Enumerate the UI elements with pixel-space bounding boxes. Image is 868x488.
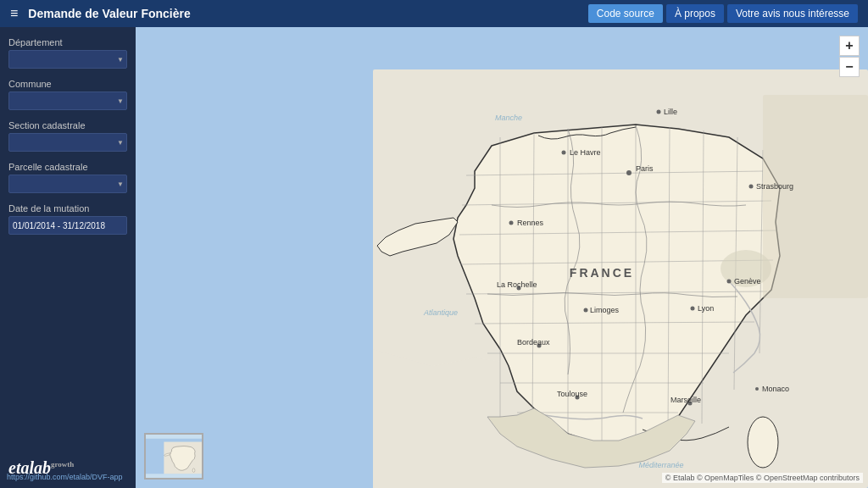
svg-text:FRANCE: FRANCE bbox=[570, 266, 634, 280]
svg-text:Paris: Paris bbox=[636, 164, 654, 173]
header-left: ≡ Demande de Valeur Foncière bbox=[10, 6, 191, 21]
svg-text:Toulouse: Toulouse bbox=[557, 390, 587, 398]
svg-text:Méditerranée: Méditerranée bbox=[638, 461, 683, 469]
commune-select-wrapper bbox=[8, 92, 127, 110]
date-mutation-input[interactable] bbox=[8, 216, 127, 235]
date-mutation-label: Date de la mutation bbox=[8, 203, 127, 214]
svg-point-52 bbox=[755, 387, 759, 391]
map-attribution: © Etalab © OpenMapTiles © OpenStreetMap … bbox=[662, 473, 863, 483]
zoom-in-button[interactable]: + bbox=[839, 36, 860, 56]
apropos-button[interactable]: À propos bbox=[666, 4, 724, 23]
svg-text:Lyon: Lyon bbox=[698, 304, 714, 313]
svg-text:Manche: Manche bbox=[495, 114, 522, 122]
svg-point-30 bbox=[657, 110, 661, 114]
mini-map-thumbnail bbox=[144, 433, 203, 480]
sidebar: Département Commune Section cadastrale bbox=[0, 27, 136, 488]
svg-text:Atlantique: Atlantique bbox=[423, 308, 458, 317]
svg-text:Le Havre: Le Havre bbox=[570, 148, 601, 157]
svg-point-48 bbox=[584, 308, 588, 313]
svg-point-50 bbox=[727, 280, 732, 284]
code-source-button[interactable]: Code source bbox=[588, 4, 663, 23]
svg-point-61 bbox=[192, 469, 195, 473]
section-cadastrale-label: Section cadastrale bbox=[8, 120, 127, 130]
github-link[interactable]: https://github.com/etalab/DVF-app bbox=[7, 473, 123, 481]
svg-text:Monaco: Monaco bbox=[762, 385, 789, 393]
svg-text:Marseille: Marseille bbox=[670, 396, 701, 404]
parcelle-cadastrale-label: Parcelle cadastrale bbox=[8, 162, 127, 172]
svg-text:Rennes: Rennes bbox=[517, 219, 544, 227]
departement-label: Département bbox=[8, 37, 127, 47]
svg-point-36 bbox=[749, 185, 754, 189]
svg-point-32 bbox=[509, 221, 514, 225]
app-title: Demande de Valeur Foncière bbox=[28, 7, 190, 20]
svg-text:Genève: Genève bbox=[734, 277, 761, 286]
svg-text:Lille: Lille bbox=[664, 108, 677, 116]
section-cadastrale-select[interactable] bbox=[8, 133, 127, 152]
parcelle-cadastrale-select[interactable] bbox=[8, 175, 127, 193]
commune-select[interactable] bbox=[8, 92, 127, 110]
parcelle-cadastrale-group: Parcelle cadastrale bbox=[8, 162, 127, 193]
svg-point-28 bbox=[626, 170, 632, 175]
section-cadastrale-group: Section cadastrale bbox=[8, 120, 127, 152]
departement-select[interactable] bbox=[8, 50, 127, 69]
departement-select-wrapper bbox=[8, 50, 127, 69]
header-right: Code source À propos Votre avis nous int… bbox=[588, 4, 858, 23]
departement-group: Département bbox=[8, 37, 127, 69]
feedback-button[interactable]: Votre avis nous intéresse bbox=[727, 4, 858, 23]
date-mutation-group: Date de la mutation bbox=[8, 203, 127, 235]
parcelle-cadastrale-select-wrapper bbox=[8, 175, 127, 193]
map-container[interactable]: FRANCE Paris Lille Rennes Le Havre Stras… bbox=[136, 27, 868, 488]
svg-point-23 bbox=[748, 417, 778, 468]
main-layout: Département Commune Section cadastrale bbox=[0, 27, 868, 488]
svg-text:Strasbourg: Strasbourg bbox=[756, 182, 793, 191]
svg-rect-24 bbox=[763, 95, 868, 298]
svg-text:Limoges: Limoges bbox=[590, 306, 620, 314]
svg-point-34 bbox=[562, 151, 566, 155]
commune-group: Commune bbox=[8, 79, 127, 110]
section-cadastrale-select-wrapper bbox=[8, 133, 127, 152]
zoom-out-button[interactable]: − bbox=[839, 57, 860, 77]
app-header: ≡ Demande de Valeur Foncière Code source… bbox=[0, 0, 868, 27]
hamburger-icon[interactable]: ≡ bbox=[10, 6, 18, 21]
commune-label: Commune bbox=[8, 79, 127, 89]
france-map-svg: FRANCE Paris Lille Rennes Le Havre Stras… bbox=[136, 27, 868, 488]
svg-point-38 bbox=[691, 307, 695, 311]
svg-text:Bordeaux: Bordeaux bbox=[517, 338, 550, 347]
svg-text:La Rochelle: La Rochelle bbox=[497, 280, 537, 289]
map-controls: + − bbox=[839, 36, 860, 77]
